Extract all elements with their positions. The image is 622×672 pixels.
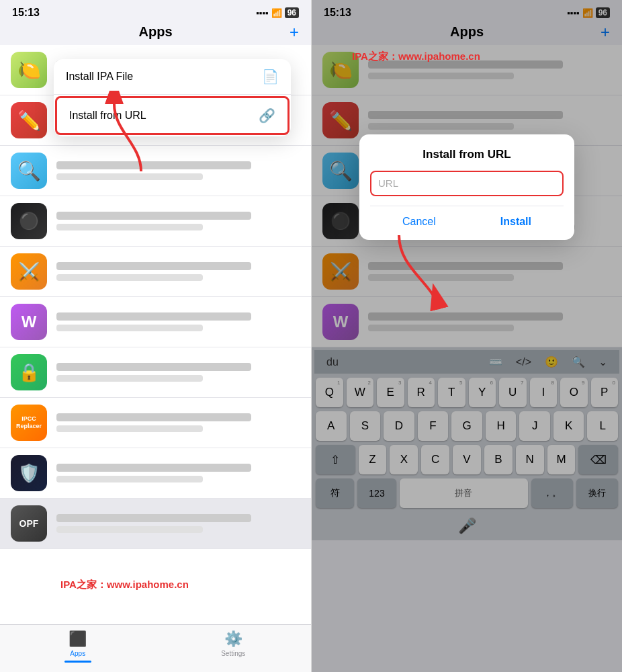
- list-item[interactable]: W: [0, 297, 311, 347]
- app-name-blur-10: [56, 514, 251, 522]
- list-item[interactable]: IPCCReplacer: [0, 398, 311, 448]
- url-input[interactable]: [378, 177, 556, 189]
- left-watermark: IPA之家：www.ipahome.cn: [60, 579, 189, 591]
- app-desc-blur-4: [56, 224, 203, 230]
- left-wifi-icon: 📶: [271, 8, 282, 18]
- left-tab-bar: ⬛ Apps ⚙️ Settings: [0, 624, 311, 672]
- app-info-7: [56, 363, 300, 382]
- apps-tab-icon: ⬛: [69, 630, 87, 648]
- list-item[interactable]: 🛡️: [0, 448, 311, 499]
- app-name-blur-4: [56, 212, 251, 220]
- app-icon-4: ⚫: [11, 203, 47, 239]
- app-desc-blur-8: [56, 425, 203, 432]
- app-info-6: [56, 312, 300, 331]
- right-watermark: IPA之家：www.ipahome.cn: [352, 50, 480, 63]
- app-desc-blur-9: [56, 476, 203, 482]
- app-icon-5: ⚔️: [11, 253, 47, 290]
- list-item[interactable]: ⚔️: [0, 247, 311, 297]
- install-ipa-item[interactable]: Install IPA File 📄: [54, 59, 291, 95]
- app-icon-10: OPF: [11, 505, 47, 542]
- red-arrow-left: [81, 91, 161, 178]
- modal-overlay: Install from URL Cancel Install: [312, 0, 622, 672]
- left-signal-icon: ▪▪▪▪: [256, 8, 268, 18]
- tab-settings[interactable]: ⚙️ Settings: [156, 630, 312, 663]
- app-info-8: [56, 413, 300, 432]
- list-item[interactable]: OPF: [0, 499, 311, 549]
- tab-indicator: [64, 661, 91, 663]
- right-panel: 15:13 ▪▪▪▪ 📶 96 Apps + IPA之家：www.ipahome…: [311, 0, 622, 672]
- app-name-blur-6: [56, 312, 251, 321]
- left-battery: 96: [285, 7, 299, 18]
- settings-tab-icon: ⚙️: [224, 630, 242, 648]
- install-ipa-label: Install IPA File: [66, 71, 133, 83]
- left-header: Apps +: [0, 22, 311, 45]
- app-icon-8: IPCCReplacer: [11, 405, 47, 441]
- list-item[interactable]: 🔒: [0, 347, 311, 398]
- red-arrow-right: [379, 228, 459, 316]
- install-from-url-modal: Install from URL Cancel Install: [359, 134, 574, 240]
- list-item[interactable]: ⚫: [0, 196, 311, 247]
- install-button[interactable]: Install: [480, 214, 551, 229]
- modal-title: Install from URL: [370, 148, 564, 161]
- app-icon-7: 🔒: [11, 354, 47, 390]
- app-info-5: [56, 262, 300, 281]
- app-info-10: [56, 514, 300, 533]
- app-icon-3: 🔍: [11, 153, 47, 189]
- left-title: Apps: [139, 24, 173, 40]
- app-name-blur-8: [56, 413, 251, 421]
- app-name-blur-5: [56, 262, 251, 270]
- settings-tab-label: Settings: [221, 650, 245, 657]
- tab-apps[interactable]: ⬛ Apps: [0, 630, 156, 663]
- app-icon-1: 🍋: [11, 52, 47, 88]
- app-info-9: [56, 464, 300, 482]
- left-panel: 15:13 ▪▪▪▪ 📶 96 Apps + 🍋 ✏️: [0, 0, 311, 672]
- app-info-4: [56, 212, 300, 230]
- app-name-blur-7: [56, 363, 251, 371]
- apps-tab-label: Apps: [70, 650, 85, 657]
- left-time: 15:13: [12, 7, 40, 19]
- left-status-icons: ▪▪▪▪ 📶 96: [256, 7, 299, 18]
- url-link-icon: 🔗: [259, 108, 275, 124]
- app-icon-2: ✏️: [11, 102, 47, 138]
- cancel-button[interactable]: Cancel: [382, 214, 456, 229]
- app-desc-blur-6: [56, 325, 203, 331]
- app-icon-9: 🛡️: [11, 455, 47, 491]
- left-status-bar: 15:13 ▪▪▪▪ 📶 96: [0, 0, 311, 22]
- app-desc-blur-10: [56, 526, 203, 533]
- url-input-wrap[interactable]: [370, 171, 564, 196]
- left-add-button[interactable]: +: [290, 23, 299, 42]
- ipa-file-icon: 📄: [262, 69, 279, 85]
- app-name-blur-9: [56, 464, 251, 472]
- app-desc-blur-7: [56, 375, 203, 382]
- app-icon-6: W: [11, 304, 47, 340]
- modal-buttons: Cancel Install: [370, 206, 564, 229]
- app-desc-blur-5: [56, 274, 203, 281]
